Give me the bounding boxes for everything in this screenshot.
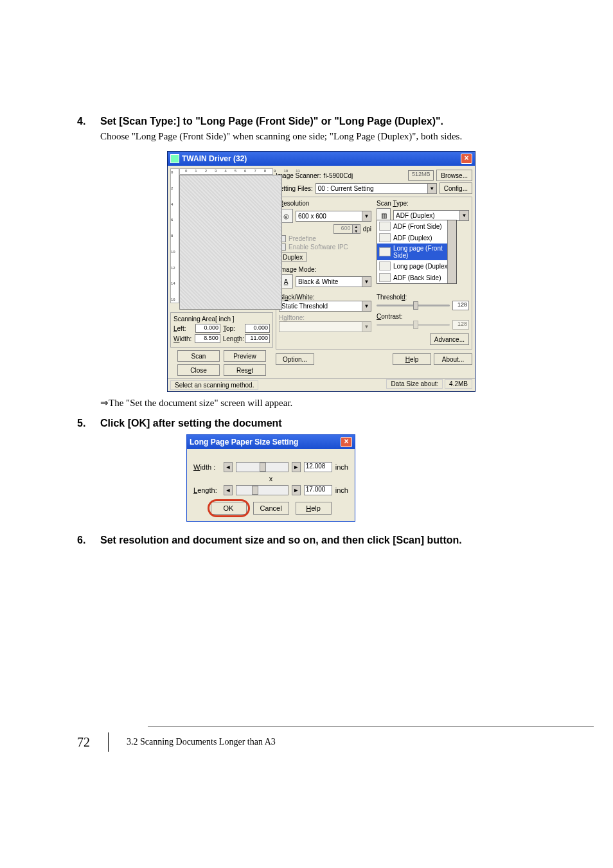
slider-left-button[interactable]: ◄ xyxy=(224,485,233,495)
ipc-label: Enable Software IPC xyxy=(289,244,348,251)
close-icon[interactable]: × xyxy=(461,154,472,164)
scanning-area-label: Scanning Area[ inch ] xyxy=(173,315,270,323)
width-input[interactable]: 8.500 xyxy=(195,334,220,343)
left-input[interactable]: 0.000 xyxy=(195,324,220,333)
footer-separator xyxy=(108,732,109,752)
scan-type-option[interactable]: ADF (Front Side) xyxy=(377,220,456,232)
page-icon xyxy=(379,233,391,242)
length-label: Length: xyxy=(193,486,220,494)
slider-left-button[interactable]: ◄ xyxy=(224,462,233,472)
close-button[interactable]: Close xyxy=(177,364,220,376)
blackwhite-combo[interactable]: Static Threshold ▼ xyxy=(279,301,371,312)
step-title: Set resolution and document size and so … xyxy=(100,535,462,546)
titlebar: TWAIN Driver (32) × xyxy=(168,152,475,166)
close-icon[interactable]: × xyxy=(341,437,352,447)
unit-label: inch xyxy=(335,486,348,494)
threshold-slider[interactable]: 128 xyxy=(377,301,469,310)
left-label: Left: xyxy=(173,325,193,332)
length-label: Length: xyxy=(223,335,242,342)
predefine-label: Predefine xyxy=(289,235,316,242)
step-title: Click [OK] after setting the document xyxy=(100,418,282,429)
scan-type-option[interactable]: ADF (Back Side) xyxy=(377,272,456,283)
slider-right-button[interactable]: ► xyxy=(292,485,301,495)
length-slider[interactable] xyxy=(236,485,289,495)
scan-type-dropdown: ADF (Front Side) ADF (Duplex) Long page … xyxy=(377,220,457,284)
length-value[interactable]: 17.000 xyxy=(304,485,332,495)
x-separator: x xyxy=(193,475,348,483)
memory-display: 512MB xyxy=(408,170,434,181)
config-button[interactable]: Config... xyxy=(440,182,472,194)
image-scanner-value: fi-5900Cdj xyxy=(324,172,353,179)
option-button[interactable]: Option... xyxy=(276,353,314,365)
dialog-titlebar: Long Page Paper Size Setting × xyxy=(187,435,355,449)
halftone-combo: ▼ xyxy=(279,321,371,332)
slider-right-button[interactable]: ► xyxy=(292,462,301,472)
resolution-group-label: Resolution xyxy=(279,200,371,207)
halftone-label: Halftone: xyxy=(279,314,371,321)
ok-button[interactable]: OK xyxy=(211,502,247,515)
duplex-button[interactable]: Duplex xyxy=(279,252,306,262)
scan-button[interactable]: Scan xyxy=(177,350,220,362)
page-icon xyxy=(379,273,391,282)
contrast-slider: 128 xyxy=(377,320,469,330)
section-label: 3.2 Scanning Documents Longer than A3 xyxy=(127,737,276,747)
step-number: 6. xyxy=(77,535,100,546)
preview-area[interactable] xyxy=(179,175,282,310)
chevron-down-icon: ▼ xyxy=(427,184,436,193)
chevron-down-icon: ▼ xyxy=(459,211,468,220)
status-bar: Select an scanning method. Data Size abo… xyxy=(168,378,475,391)
blackwhite-label: Black/White: xyxy=(279,294,371,301)
app-icon xyxy=(170,154,179,163)
status-size-value: 4.2MB xyxy=(445,379,472,389)
unit-label: inch xyxy=(335,463,348,471)
ruler-x: 01234567891011 xyxy=(179,168,273,175)
resolution-combo[interactable]: 600 x 600 ▼ xyxy=(296,211,371,222)
browse-button[interactable]: Browse... xyxy=(436,170,472,181)
step-number: 4. xyxy=(77,116,100,127)
scan-type-label: Scan Type: xyxy=(377,200,469,207)
contrast-value: 128 xyxy=(452,320,469,330)
width-value[interactable]: 12.008 xyxy=(304,462,332,472)
step-title: Set [Scan Type:] to "Long Page (Front Si… xyxy=(100,116,443,127)
scan-type-option-selected[interactable]: Long page (Front Side) xyxy=(377,244,456,260)
scan-type-option[interactable]: ADF (Duplex) xyxy=(377,232,456,244)
scrollbar[interactable] xyxy=(447,220,456,283)
about-button[interactable]: About... xyxy=(434,353,472,365)
image-mode-combo[interactable]: Black & White ▼ xyxy=(296,276,371,287)
width-slider[interactable] xyxy=(236,462,289,472)
dpi-spinner[interactable]: 600 ▲▼ xyxy=(333,224,360,234)
chevron-down-icon: ▼ xyxy=(362,301,371,311)
image-mode-label: Image Mode: xyxy=(279,266,371,273)
length-input[interactable]: 11.000 xyxy=(245,334,270,343)
width-label: Width: xyxy=(173,335,192,342)
status-size-label: Data Size about: xyxy=(386,379,443,389)
reset-button[interactable]: Reset xyxy=(224,364,266,376)
scan-type-option[interactable]: Long page (Duplex) xyxy=(377,260,456,272)
chevron-down-icon: ▼ xyxy=(362,211,371,221)
long-page-dialog: Long Page Paper Size Setting × Width : ◄… xyxy=(186,434,355,522)
advance-button[interactable]: Advance... xyxy=(430,333,469,345)
chevron-down-icon: ▼ xyxy=(362,322,371,332)
step-number: 5. xyxy=(77,418,100,429)
scanning-area-group: Scanning Area[ inch ] Left: 0.000 Top: 0… xyxy=(170,312,273,348)
step-body: Choose "Long Page (Front Side)" when sca… xyxy=(100,131,555,142)
twain-window: TWAIN Driver (32) × 01234567891011 02468… xyxy=(167,151,475,392)
help-button[interactable]: Help xyxy=(296,502,332,515)
setting-files-combo[interactable]: 00 : Current Setting ▼ xyxy=(315,183,437,194)
ruler-y: 0246810121416 xyxy=(170,168,179,303)
page-number: 72 xyxy=(77,735,90,750)
page-footer: 72 3.2 Scanning Documents Longer than A3 xyxy=(77,726,555,752)
top-input[interactable]: 0.000 xyxy=(245,324,270,333)
threshold-label: Threshold: xyxy=(377,294,469,301)
window-title: TWAIN Driver (32) xyxy=(182,154,247,163)
contrast-label: Contrast: xyxy=(377,313,469,320)
width-label: Width : xyxy=(193,463,220,471)
help-button[interactable]: Help xyxy=(393,353,431,365)
threshold-value: 128 xyxy=(452,301,469,310)
preview-button[interactable]: Preview xyxy=(224,350,266,362)
dialog-title: Long Page Paper Size Setting xyxy=(190,438,298,447)
cancel-button[interactable]: Cancel xyxy=(253,502,289,515)
page-icon xyxy=(379,247,391,256)
scan-type-combo[interactable]: ADF (Duplex) ▼ xyxy=(393,210,469,221)
top-label: Top: xyxy=(223,325,242,332)
